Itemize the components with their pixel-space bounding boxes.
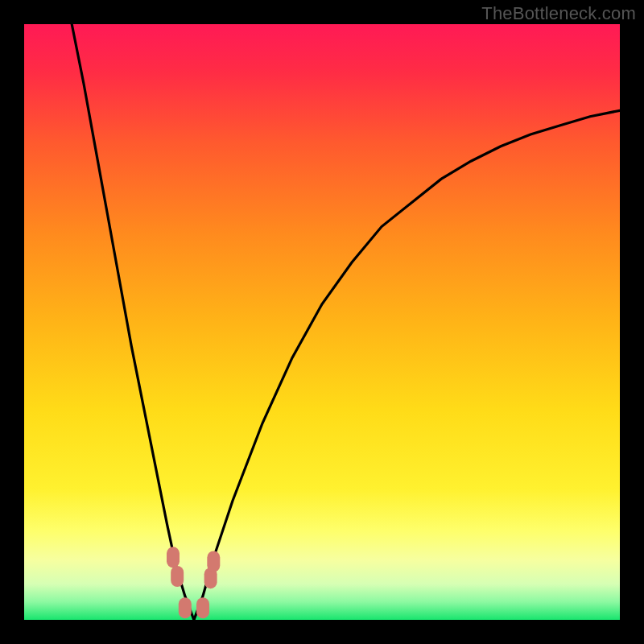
data-marker <box>171 566 184 587</box>
data-marker <box>196 597 209 618</box>
chart-frame: TheBottleneck.com <box>0 0 644 644</box>
data-marker <box>167 547 180 568</box>
data-marker <box>207 551 220 572</box>
watermark-text: TheBottleneck.com <box>481 3 636 24</box>
curve-right-branch <box>194 110 620 620</box>
curve-left-branch <box>72 24 194 620</box>
plot-area <box>24 24 620 620</box>
data-marker <box>179 597 192 618</box>
bottleneck-curve <box>24 24 620 620</box>
data-markers <box>167 547 220 618</box>
